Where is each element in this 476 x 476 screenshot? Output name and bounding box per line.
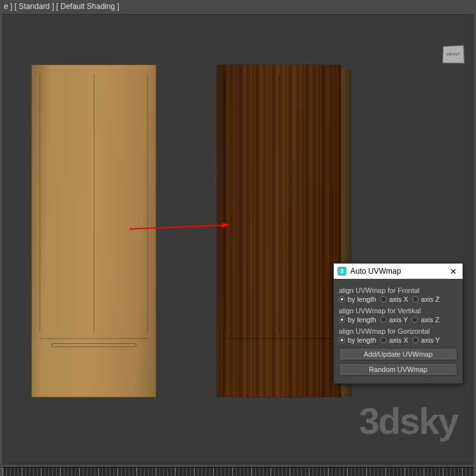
- dialog-titlebar[interactable]: 3 Auto UVWmap ✕: [334, 264, 463, 279]
- app-icon: 3: [338, 267, 346, 276]
- radio-gorizontal-axisx[interactable]: axis X: [380, 336, 408, 344]
- group-label-vertikal: align UVWmap for Vertikal: [339, 307, 457, 315]
- viewport-label[interactable]: e ] [ Standard ] [ Default Shading ]: [0, 0, 123, 13]
- group-label-gorizontal: align UVWmap for Gorizontal: [339, 327, 457, 335]
- radio-frontal-axisx[interactable]: axis X: [380, 295, 408, 303]
- close-icon[interactable]: ✕: [447, 267, 459, 276]
- viewport[interactable]: FRONT 3dsky: [3, 14, 473, 465]
- group-label-frontal: align UVWmap for Frontal: [339, 286, 457, 294]
- timeline[interactable]: [3, 467, 473, 476]
- radio-label: axis Y: [421, 336, 440, 344]
- radio-label: by length: [348, 316, 376, 324]
- radio-gorizontal-axisy[interactable]: axis Y: [412, 336, 440, 344]
- add-update-uvwmap-button[interactable]: Add/Update UVWmap: [339, 348, 457, 361]
- radio-label: axis Z: [420, 316, 439, 324]
- radio-vertikal-bylength[interactable]: by length: [339, 316, 376, 324]
- auto-uvwmap-dialog: 3 Auto UVWmap ✕ align UVWmap for Frontal…: [333, 263, 463, 384]
- watermark: 3dsky: [359, 399, 457, 442]
- viewcube[interactable]: FRONT: [442, 45, 465, 64]
- radio-label: axis X: [389, 336, 408, 344]
- radio-label: axis X: [389, 295, 408, 303]
- random-uvwmap-button[interactable]: Random UVWmap: [339, 363, 457, 376]
- svg-line-0: [130, 225, 222, 229]
- radio-frontal-bylength[interactable]: by length: [339, 295, 376, 303]
- radio-vertikal-axisy[interactable]: axis Y: [380, 316, 408, 324]
- radio-frontal-axisz[interactable]: axis Z: [412, 295, 440, 303]
- radio-label: axis Y: [389, 316, 408, 324]
- radio-label: by length: [348, 295, 376, 303]
- model-textured[interactable]: [216, 64, 341, 398]
- radio-vertikal-axisz[interactable]: axis Z: [412, 316, 439, 324]
- arrow-annotation: [130, 228, 225, 229]
- svg-marker-1: [222, 223, 230, 228]
- radio-label: axis Z: [421, 295, 440, 303]
- dialog-title: Auto UVWmap: [350, 267, 447, 276]
- radio-gorizontal-bylength[interactable]: by length: [339, 336, 376, 344]
- radio-label: by length: [348, 336, 376, 344]
